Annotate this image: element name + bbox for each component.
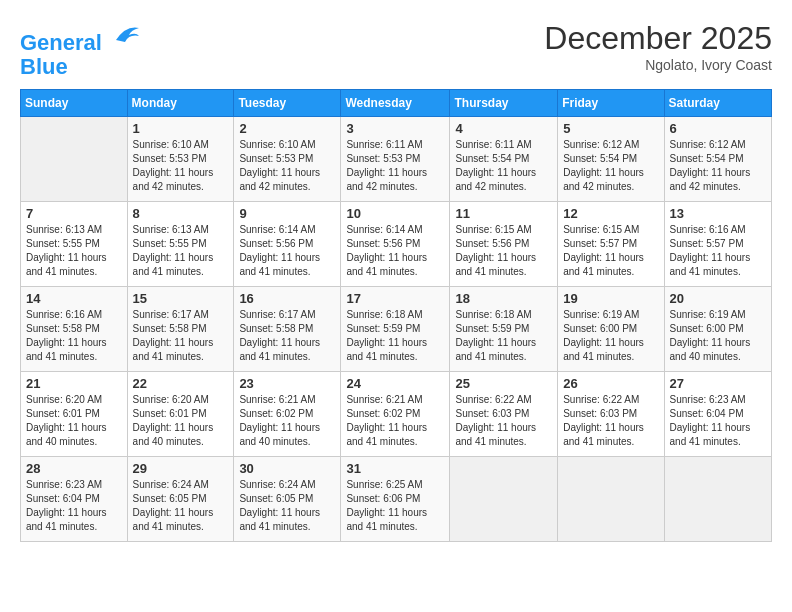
calendar-week-row: 21Sunrise: 6:20 AMSunset: 6:01 PMDayligh… bbox=[21, 372, 772, 457]
day-info: Sunrise: 6:10 AMSunset: 5:53 PMDaylight:… bbox=[133, 138, 229, 194]
calendar-cell: 18Sunrise: 6:18 AMSunset: 5:59 PMDayligh… bbox=[450, 287, 558, 372]
day-info: Sunrise: 6:11 AMSunset: 5:53 PMDaylight:… bbox=[346, 138, 444, 194]
calendar-cell: 28Sunrise: 6:23 AMSunset: 6:04 PMDayligh… bbox=[21, 457, 128, 542]
day-number: 7 bbox=[26, 206, 122, 221]
weekday-header-sunday: Sunday bbox=[21, 90, 128, 117]
month-title: December 2025 bbox=[544, 20, 772, 57]
calendar-table: SundayMondayTuesdayWednesdayThursdayFrid… bbox=[20, 89, 772, 542]
day-number: 5 bbox=[563, 121, 658, 136]
calendar-cell: 26Sunrise: 6:22 AMSunset: 6:03 PMDayligh… bbox=[558, 372, 664, 457]
day-number: 28 bbox=[26, 461, 122, 476]
calendar-cell: 16Sunrise: 6:17 AMSunset: 5:58 PMDayligh… bbox=[234, 287, 341, 372]
calendar-cell bbox=[664, 457, 771, 542]
day-number: 29 bbox=[133, 461, 229, 476]
day-info: Sunrise: 6:13 AMSunset: 5:55 PMDaylight:… bbox=[26, 223, 122, 279]
calendar-cell: 13Sunrise: 6:16 AMSunset: 5:57 PMDayligh… bbox=[664, 202, 771, 287]
day-info: Sunrise: 6:14 AMSunset: 5:56 PMDaylight:… bbox=[239, 223, 335, 279]
calendar-cell: 27Sunrise: 6:23 AMSunset: 6:04 PMDayligh… bbox=[664, 372, 771, 457]
calendar-week-row: 14Sunrise: 6:16 AMSunset: 5:58 PMDayligh… bbox=[21, 287, 772, 372]
calendar-cell: 5Sunrise: 6:12 AMSunset: 5:54 PMDaylight… bbox=[558, 117, 664, 202]
day-number: 3 bbox=[346, 121, 444, 136]
day-info: Sunrise: 6:25 AMSunset: 6:06 PMDaylight:… bbox=[346, 478, 444, 534]
day-info: Sunrise: 6:22 AMSunset: 6:03 PMDaylight:… bbox=[455, 393, 552, 449]
day-info: Sunrise: 6:12 AMSunset: 5:54 PMDaylight:… bbox=[670, 138, 766, 194]
day-info: Sunrise: 6:12 AMSunset: 5:54 PMDaylight:… bbox=[563, 138, 658, 194]
day-number: 31 bbox=[346, 461, 444, 476]
logo-bird-icon bbox=[111, 20, 141, 50]
calendar-cell: 29Sunrise: 6:24 AMSunset: 6:05 PMDayligh… bbox=[127, 457, 234, 542]
logo: General Blue bbox=[20, 20, 141, 79]
day-number: 15 bbox=[133, 291, 229, 306]
calendar-cell: 20Sunrise: 6:19 AMSunset: 6:00 PMDayligh… bbox=[664, 287, 771, 372]
day-number: 19 bbox=[563, 291, 658, 306]
day-info: Sunrise: 6:18 AMSunset: 5:59 PMDaylight:… bbox=[455, 308, 552, 364]
day-info: Sunrise: 6:18 AMSunset: 5:59 PMDaylight:… bbox=[346, 308, 444, 364]
day-info: Sunrise: 6:16 AMSunset: 5:58 PMDaylight:… bbox=[26, 308, 122, 364]
calendar-cell bbox=[558, 457, 664, 542]
day-number: 20 bbox=[670, 291, 766, 306]
day-number: 14 bbox=[26, 291, 122, 306]
day-number: 9 bbox=[239, 206, 335, 221]
day-number: 12 bbox=[563, 206, 658, 221]
calendar-cell: 9Sunrise: 6:14 AMSunset: 5:56 PMDaylight… bbox=[234, 202, 341, 287]
weekday-header-wednesday: Wednesday bbox=[341, 90, 450, 117]
day-info: Sunrise: 6:15 AMSunset: 5:57 PMDaylight:… bbox=[563, 223, 658, 279]
day-number: 13 bbox=[670, 206, 766, 221]
day-info: Sunrise: 6:23 AMSunset: 6:04 PMDaylight:… bbox=[670, 393, 766, 449]
day-number: 1 bbox=[133, 121, 229, 136]
weekday-header-saturday: Saturday bbox=[664, 90, 771, 117]
day-info: Sunrise: 6:11 AMSunset: 5:54 PMDaylight:… bbox=[455, 138, 552, 194]
calendar-week-row: 28Sunrise: 6:23 AMSunset: 6:04 PMDayligh… bbox=[21, 457, 772, 542]
day-info: Sunrise: 6:17 AMSunset: 5:58 PMDaylight:… bbox=[133, 308, 229, 364]
day-number: 8 bbox=[133, 206, 229, 221]
calendar-cell: 22Sunrise: 6:20 AMSunset: 6:01 PMDayligh… bbox=[127, 372, 234, 457]
logo-general: General bbox=[20, 30, 102, 55]
title-block: December 2025 Ngolato, Ivory Coast bbox=[544, 20, 772, 73]
day-number: 23 bbox=[239, 376, 335, 391]
calendar-cell bbox=[450, 457, 558, 542]
day-number: 21 bbox=[26, 376, 122, 391]
day-info: Sunrise: 6:20 AMSunset: 6:01 PMDaylight:… bbox=[26, 393, 122, 449]
day-info: Sunrise: 6:19 AMSunset: 6:00 PMDaylight:… bbox=[563, 308, 658, 364]
day-info: Sunrise: 6:19 AMSunset: 6:00 PMDaylight:… bbox=[670, 308, 766, 364]
day-info: Sunrise: 6:10 AMSunset: 5:53 PMDaylight:… bbox=[239, 138, 335, 194]
day-info: Sunrise: 6:15 AMSunset: 5:56 PMDaylight:… bbox=[455, 223, 552, 279]
calendar-cell: 21Sunrise: 6:20 AMSunset: 6:01 PMDayligh… bbox=[21, 372, 128, 457]
weekday-header-friday: Friday bbox=[558, 90, 664, 117]
calendar-cell: 12Sunrise: 6:15 AMSunset: 5:57 PMDayligh… bbox=[558, 202, 664, 287]
day-info: Sunrise: 6:21 AMSunset: 6:02 PMDaylight:… bbox=[239, 393, 335, 449]
day-info: Sunrise: 6:16 AMSunset: 5:57 PMDaylight:… bbox=[670, 223, 766, 279]
calendar-cell: 11Sunrise: 6:15 AMSunset: 5:56 PMDayligh… bbox=[450, 202, 558, 287]
calendar-cell: 15Sunrise: 6:17 AMSunset: 5:58 PMDayligh… bbox=[127, 287, 234, 372]
day-number: 11 bbox=[455, 206, 552, 221]
calendar-cell: 10Sunrise: 6:14 AMSunset: 5:56 PMDayligh… bbox=[341, 202, 450, 287]
day-info: Sunrise: 6:13 AMSunset: 5:55 PMDaylight:… bbox=[133, 223, 229, 279]
day-number: 24 bbox=[346, 376, 444, 391]
calendar-cell: 17Sunrise: 6:18 AMSunset: 5:59 PMDayligh… bbox=[341, 287, 450, 372]
calendar-cell: 19Sunrise: 6:19 AMSunset: 6:00 PMDayligh… bbox=[558, 287, 664, 372]
day-number: 18 bbox=[455, 291, 552, 306]
day-number: 30 bbox=[239, 461, 335, 476]
weekday-header-thursday: Thursday bbox=[450, 90, 558, 117]
weekday-header-monday: Monday bbox=[127, 90, 234, 117]
day-number: 22 bbox=[133, 376, 229, 391]
logo-text: General bbox=[20, 20, 141, 55]
calendar-cell: 4Sunrise: 6:11 AMSunset: 5:54 PMDaylight… bbox=[450, 117, 558, 202]
calendar-cell: 3Sunrise: 6:11 AMSunset: 5:53 PMDaylight… bbox=[341, 117, 450, 202]
page-header: General Blue December 2025 Ngolato, Ivor… bbox=[20, 20, 772, 79]
day-number: 25 bbox=[455, 376, 552, 391]
day-info: Sunrise: 6:14 AMSunset: 5:56 PMDaylight:… bbox=[346, 223, 444, 279]
calendar-cell bbox=[21, 117, 128, 202]
calendar-cell: 14Sunrise: 6:16 AMSunset: 5:58 PMDayligh… bbox=[21, 287, 128, 372]
calendar-cell: 2Sunrise: 6:10 AMSunset: 5:53 PMDaylight… bbox=[234, 117, 341, 202]
calendar-cell: 24Sunrise: 6:21 AMSunset: 6:02 PMDayligh… bbox=[341, 372, 450, 457]
day-number: 16 bbox=[239, 291, 335, 306]
day-number: 27 bbox=[670, 376, 766, 391]
day-info: Sunrise: 6:24 AMSunset: 6:05 PMDaylight:… bbox=[239, 478, 335, 534]
calendar-cell: 7Sunrise: 6:13 AMSunset: 5:55 PMDaylight… bbox=[21, 202, 128, 287]
weekday-header-row: SundayMondayTuesdayWednesdayThursdayFrid… bbox=[21, 90, 772, 117]
calendar-cell: 23Sunrise: 6:21 AMSunset: 6:02 PMDayligh… bbox=[234, 372, 341, 457]
calendar-week-row: 7Sunrise: 6:13 AMSunset: 5:55 PMDaylight… bbox=[21, 202, 772, 287]
day-info: Sunrise: 6:20 AMSunset: 6:01 PMDaylight:… bbox=[133, 393, 229, 449]
day-number: 4 bbox=[455, 121, 552, 136]
